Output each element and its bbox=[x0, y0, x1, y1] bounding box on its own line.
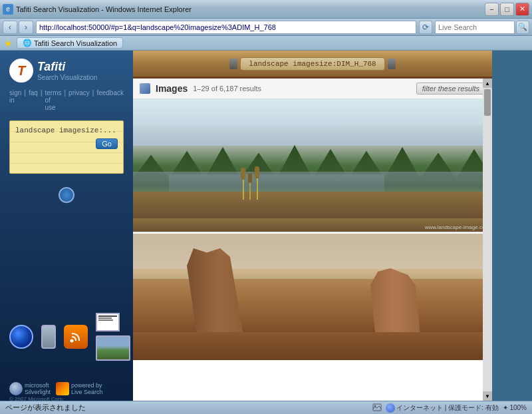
scroll-down-button[interactable]: ▼ bbox=[483, 391, 492, 401]
window-title: Tafiti Search Visualization - Windows In… bbox=[16, 5, 485, 13]
back-button[interactable]: ‹ bbox=[3, 21, 17, 34]
faq-link[interactable]: faq bbox=[29, 89, 38, 111]
images-icon bbox=[140, 83, 150, 94]
fav-label: Tafiti Search Visualization bbox=[34, 39, 117, 47]
favorites-bar: ★ 🌐 Tafiti Search Visualization bbox=[0, 36, 532, 51]
scrollbar[interactable]: ▲ ▼ bbox=[483, 79, 492, 401]
image-panel-header: Images 1–29 of 6,187 results filter thes… bbox=[133, 79, 492, 99]
close-button[interactable]: ✕ bbox=[515, 3, 529, 16]
title-bar: e Tafiti Search Visualization - Windows … bbox=[0, 0, 532, 19]
notepad-search-area: landscape imagesize:... Go bbox=[9, 120, 124, 174]
silverlight-logo: microsoftSilverlight bbox=[9, 382, 51, 395]
search-area: 🔍 bbox=[435, 21, 529, 34]
sidebar-icons bbox=[9, 313, 130, 361]
search-go-button[interactable]: 🔍 bbox=[516, 21, 529, 34]
shelf-label: landscape imagesize:DIM_H_768 bbox=[240, 57, 384, 71]
main-content: landscape imagesize:DIM_H_768 Images 1–2… bbox=[133, 51, 532, 401]
nav-buttons: ‹ › bbox=[3, 21, 33, 34]
image-item-2[interactable] bbox=[133, 234, 492, 360]
security-text: インターネット | 保護モード: 有効 bbox=[396, 403, 499, 413]
zoom-text: ✦ 100% bbox=[503, 404, 527, 411]
image-status-icon bbox=[372, 403, 382, 413]
window-controls: − □ ✕ bbox=[485, 3, 529, 16]
shelf-hook-right bbox=[388, 59, 396, 69]
tafiti-subtitle: Search Visualization bbox=[37, 74, 97, 81]
shelf-hook bbox=[229, 59, 237, 69]
globe-icon[interactable] bbox=[9, 325, 33, 349]
wooden-shelf: landscape imagesize:DIM_H_768 bbox=[133, 51, 492, 79]
image-item-1[interactable]: www.landscape-image.com bbox=[133, 99, 492, 232]
tafiti-text: Tafiti Search Visualization bbox=[37, 60, 97, 81]
tafiti-name: Tafiti bbox=[37, 60, 97, 74]
forward-button[interactable]: › bbox=[19, 21, 33, 34]
sidebar-footer: microsoftSilverlight powered byLive Sear… bbox=[9, 382, 124, 395]
address-bar: ‹ › http://localhost:50000/#p=1&q=landsc… bbox=[0, 19, 532, 36]
landscape-thumbnail-icon[interactable] bbox=[96, 335, 130, 361]
ie-icon: e bbox=[3, 4, 13, 15]
image-panel: Images 1–29 of 6,187 results filter thes… bbox=[133, 79, 492, 401]
landscape-photo: www.landscape-image.com bbox=[133, 99, 492, 232]
notepad-go-button[interactable]: Go bbox=[96, 138, 118, 149]
images-title: Images bbox=[156, 83, 188, 94]
favorites-tafiti-link[interactable]: 🌐 Tafiti Search Visualization bbox=[17, 37, 123, 49]
svg-point-0 bbox=[70, 339, 74, 343]
zoom-control[interactable]: ✦ 100% bbox=[503, 404, 527, 411]
status-bar: ページが表示されました インターネット | 保護モード: 有効 ✦ 100% bbox=[0, 401, 532, 414]
tafiti-sidebar: T Tafiti Search Visualization sign in | … bbox=[0, 51, 133, 401]
scroll-up-button[interactable]: ▲ bbox=[483, 79, 492, 88]
phone-icon[interactable] bbox=[41, 325, 56, 349]
privacy-link[interactable]: privacy bbox=[68, 89, 90, 111]
livesearch-logo: powered byLive Search bbox=[56, 382, 103, 395]
copyright-text: © 2007 Microsoft Corp. bbox=[9, 396, 64, 401]
livesearch-icon bbox=[56, 382, 69, 395]
silverlight-text: microsoftSilverlight bbox=[25, 382, 51, 395]
notepad-search-text: landscape imagesize:... bbox=[15, 126, 118, 134]
browser-content: T Tafiti Search Visualization sign in | … bbox=[0, 51, 532, 401]
tafiti-logo-icon: T bbox=[9, 59, 33, 83]
minimize-button[interactable]: − bbox=[485, 3, 499, 16]
favorites-star-icon: ★ bbox=[4, 38, 13, 49]
news-icon[interactable] bbox=[96, 313, 120, 331]
terms-link[interactable]: terms of use bbox=[45, 89, 61, 111]
livesearch-text: powered byLive Search bbox=[71, 382, 103, 395]
signin-link[interactable]: sign in bbox=[9, 89, 21, 111]
internet-globe-icon bbox=[386, 403, 395, 413]
fav-icon: 🌐 bbox=[23, 39, 32, 47]
images-count: 1–29 of 6,187 results bbox=[193, 85, 411, 93]
security-icon: インターネット | 保護モード: 有効 bbox=[386, 403, 499, 413]
scroll-thumb[interactable] bbox=[484, 89, 491, 116]
status-icons: インターネット | 保護モード: 有効 ✦ 100% bbox=[372, 403, 527, 413]
url-input[interactable]: http://localhost:50000/#p=1&q=landscape%… bbox=[36, 21, 416, 34]
status-text: ページが表示されました bbox=[5, 403, 367, 413]
tafiti-logo-area: T Tafiti Search Visualization bbox=[0, 51, 133, 88]
feedback-link[interactable]: feedback bbox=[96, 89, 124, 111]
desert-ground bbox=[133, 332, 492, 360]
silverlight-icon bbox=[9, 382, 23, 395]
circle-decoration bbox=[59, 187, 74, 203]
images-list[interactable]: www.landscape-image.com bbox=[133, 99, 492, 399]
svg-point-2 bbox=[374, 405, 376, 407]
live-search-input[interactable] bbox=[435, 21, 515, 34]
desert-photo bbox=[133, 234, 492, 360]
refresh-button[interactable]: ⟳ bbox=[419, 21, 432, 34]
tafiti-nav: sign in | faq | terms of use | privacy |… bbox=[0, 88, 133, 112]
maximize-button[interactable]: □ bbox=[500, 3, 514, 16]
rss-icon[interactable] bbox=[64, 325, 88, 349]
filter-button[interactable]: filter these results bbox=[416, 83, 485, 95]
